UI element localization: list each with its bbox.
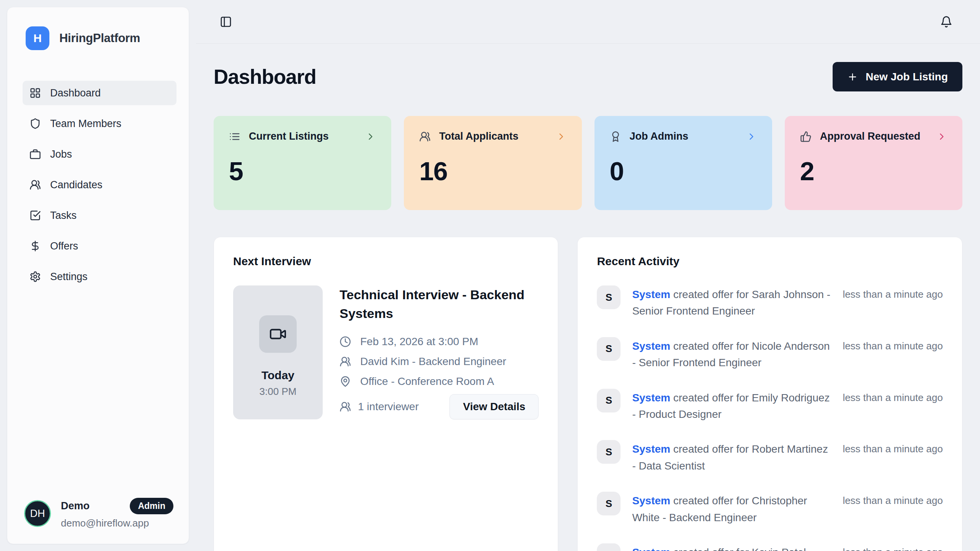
map-pin-icon bbox=[340, 376, 351, 387]
sidebar-item-settings[interactable]: Settings bbox=[23, 264, 176, 289]
brand-name: HiringPlatform bbox=[59, 31, 140, 45]
next-interview-card: Next Interview Today 3:00 PM Technical I… bbox=[214, 237, 558, 551]
activity-actor-link[interactable]: System bbox=[632, 546, 670, 551]
interview-location: Office - Conference Room A bbox=[360, 375, 494, 388]
sidebar-item-label: Jobs bbox=[50, 148, 72, 160]
stat-card-current-listings[interactable]: Current Listings 5 bbox=[214, 116, 391, 210]
sidebar-item-team-members[interactable]: Team Members bbox=[23, 111, 176, 136]
activity-avatar: S bbox=[597, 337, 621, 361]
user-name: Demo bbox=[61, 500, 90, 512]
activity-timestamp: less than a minute ago bbox=[843, 440, 943, 455]
sidebar-item-dashboard[interactable]: Dashboard bbox=[23, 81, 176, 105]
stat-label: Current Listings bbox=[249, 130, 329, 142]
page-title: Dashboard bbox=[214, 65, 316, 88]
activity-actor-link[interactable]: System bbox=[632, 495, 670, 507]
sidebar-item-label: Candidates bbox=[50, 179, 103, 191]
interviewer-count: 1 interviewer bbox=[340, 401, 419, 413]
stat-value: 5 bbox=[229, 156, 376, 186]
users-icon bbox=[340, 356, 351, 367]
sidebar-item-label: Tasks bbox=[50, 210, 77, 222]
chevron-right-icon bbox=[365, 131, 376, 142]
settings-gear-icon bbox=[29, 271, 41, 282]
activity-avatar: S bbox=[597, 389, 621, 412]
stats-row: Current Listings 5 Total Applicants 16 J… bbox=[214, 116, 962, 210]
new-job-listing-button[interactable]: New Job Listing bbox=[833, 62, 962, 91]
briefcase-icon bbox=[29, 148, 41, 160]
next-interview-title: Next Interview bbox=[233, 255, 539, 268]
activity-list: S System created offer for Sarah Johnson… bbox=[597, 285, 943, 551]
activity-avatar: S bbox=[597, 285, 621, 309]
sidebar-item-label: Team Members bbox=[50, 118, 121, 130]
stat-card-approval-requested[interactable]: Approval Requested 2 bbox=[785, 116, 962, 210]
activity-actor-link[interactable]: System bbox=[632, 340, 670, 352]
list-icon bbox=[229, 131, 240, 142]
activity-actor-link[interactable]: System bbox=[632, 289, 670, 300]
activity-timestamp: less than a minute ago bbox=[843, 543, 943, 551]
activity-actor-link[interactable]: System bbox=[632, 443, 670, 455]
activity-avatar: S bbox=[597, 440, 621, 464]
interview-datetime: Feb 13, 2026 at 3:00 PM bbox=[360, 336, 478, 348]
stat-card-total-applicants[interactable]: Total Applicants 16 bbox=[404, 116, 581, 210]
sidebar-nav: Dashboard Team Members Jobs Candidates T… bbox=[7, 81, 189, 289]
chevron-right-icon bbox=[936, 131, 947, 142]
activity-item: S System created offer for Kevin Patel -… bbox=[597, 543, 943, 551]
content: Dashboard New Job Listing Current Listin… bbox=[196, 44, 980, 551]
topbar bbox=[196, 0, 980, 44]
new-job-listing-label: New Job Listing bbox=[866, 71, 948, 83]
activity-text: System created offer for Kevin Patel - D… bbox=[632, 543, 831, 551]
activity-timestamp: less than a minute ago bbox=[843, 389, 943, 404]
view-details-button[interactable]: View Details bbox=[449, 394, 539, 419]
main-area: Dashboard New Job Listing Current Listin… bbox=[196, 0, 980, 551]
sidebar-item-label: Settings bbox=[50, 271, 88, 283]
stat-value: 0 bbox=[610, 156, 757, 186]
user-info: Demo Admin demo@hireflow.app bbox=[61, 498, 173, 529]
brand-logo: H bbox=[26, 26, 49, 50]
clock-icon bbox=[340, 336, 351, 347]
activity-avatar: S bbox=[597, 492, 621, 515]
layout-grid-icon bbox=[29, 87, 41, 99]
interview-time-label: 3:00 PM bbox=[260, 386, 297, 398]
activity-text: System created offer for Sarah Johnson -… bbox=[632, 285, 831, 320]
notifications-button[interactable] bbox=[940, 16, 952, 28]
activity-avatar: S bbox=[597, 543, 621, 551]
sidebar-toggle-button[interactable] bbox=[220, 16, 232, 28]
recent-activity-card: Recent Activity S System created offer f… bbox=[577, 237, 962, 551]
interview-candidate-row: David Kim - Backend Engineer bbox=[340, 355, 539, 368]
activity-timestamp: less than a minute ago bbox=[843, 492, 943, 507]
sidebar-item-candidates[interactable]: Candidates bbox=[23, 173, 176, 197]
stat-label: Job Admins bbox=[630, 130, 689, 142]
sidebar-item-offers[interactable]: Offers bbox=[23, 234, 176, 258]
users-icon bbox=[340, 401, 351, 412]
plus-icon bbox=[847, 72, 858, 82]
stat-card-job-admins[interactable]: Job Admins 0 bbox=[595, 116, 772, 210]
video-icon bbox=[269, 325, 287, 343]
sidebar-item-jobs[interactable]: Jobs bbox=[23, 142, 176, 166]
interview-title: Technical Interview - Backend Systems bbox=[340, 285, 539, 323]
dollar-sign-icon bbox=[29, 240, 41, 252]
chevron-right-icon bbox=[556, 131, 567, 142]
user-card[interactable]: DH Demo Admin demo@hireflow.app bbox=[24, 498, 173, 529]
stat-value: 16 bbox=[419, 156, 566, 186]
interview-datetime-row: Feb 13, 2026 at 3:00 PM bbox=[340, 336, 539, 348]
activity-text: System created offer for Christopher Whi… bbox=[632, 492, 831, 526]
brand: H HiringPlatform bbox=[7, 7, 189, 50]
panel-left-icon bbox=[220, 16, 232, 28]
stat-label: Approval Requested bbox=[820, 130, 921, 142]
thumbs-up-icon bbox=[800, 131, 812, 142]
activity-text: System created offer for Emily Rodriguez… bbox=[632, 389, 831, 423]
avatar: DH bbox=[24, 500, 51, 527]
shield-icon bbox=[29, 118, 41, 129]
sidebar-item-label: Offers bbox=[50, 240, 78, 252]
sidebar-item-label: Dashboard bbox=[50, 87, 101, 99]
activity-item: S System created offer for Nicole Anders… bbox=[597, 337, 943, 371]
activity-item: S System created offer for Sarah Johnson… bbox=[597, 285, 943, 320]
sidebar-item-tasks[interactable]: Tasks bbox=[23, 203, 176, 228]
bell-icon bbox=[940, 16, 952, 28]
interview-location-row: Office - Conference Room A bbox=[340, 375, 539, 388]
interview-candidate: David Kim - Backend Engineer bbox=[360, 355, 506, 368]
activity-timestamp: less than a minute ago bbox=[843, 337, 943, 352]
activity-actor-link[interactable]: System bbox=[632, 392, 670, 404]
stat-label: Total Applicants bbox=[439, 130, 518, 142]
activity-item: S System created offer for Robert Martin… bbox=[597, 440, 943, 474]
activity-text: System created offer for Nicole Anderson… bbox=[632, 337, 831, 371]
